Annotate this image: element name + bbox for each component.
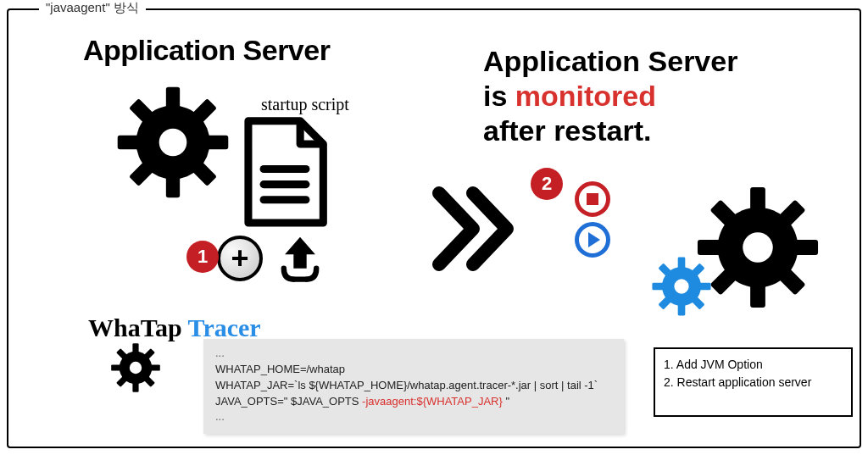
word-tracer: Tracer [188,314,261,341]
svg-point-33 [743,232,773,263]
gear-icon [695,185,821,310]
svg-rect-37 [652,283,664,291]
title-right-line3: after restart. [483,114,737,148]
code-ellipsis: ... [215,346,612,362]
svg-rect-3 [118,136,141,149]
svg-rect-36 [678,303,686,315]
svg-rect-17 [111,364,121,370]
legend-box: 1. Add JVM Option 2. Restart application… [654,347,853,417]
svg-rect-27 [698,240,723,255]
svg-rect-35 [678,257,686,269]
stop-icon [575,181,610,217]
plus-icon: + [217,236,263,281]
title-right-line1: Application Server [483,44,737,79]
frame-title: "javaagent" 방식 [39,0,146,16]
code-snippet-box: ... WHATAP_HOME=/whatap WHATAP_JAR=`ls $… [203,339,624,434]
title-application-server-right: Application Server is monitored after re… [483,44,737,147]
code-line: JAVA_OPTS=" $JAVA_OPTS -javaagent:${WHAT… [215,394,612,410]
code-javaagent-highlight: -javaagent:${WHATAP_JAR} [362,395,503,408]
step-badge-2: 2 [531,168,563,200]
svg-rect-15 [132,343,138,353]
legend-item-1: 1. Add JVM Option [664,356,843,374]
chevron-right-icon [424,178,526,280]
gear-icon [110,342,161,393]
word-monitored: monitored [515,80,656,112]
legend-item-2: 2. Restart application server [664,374,843,391]
svg-point-43 [674,279,688,293]
svg-rect-28 [793,240,818,255]
document-icon [236,115,334,230]
upload-icon [273,230,327,285]
gear-icon [115,85,231,200]
step-badge-1: 1 [186,241,219,273]
svg-rect-1 [166,87,180,110]
svg-rect-16 [132,382,138,392]
title-right-line2: is monitored [483,79,737,114]
code-line: WHATAP_HOME=/whatap [215,362,612,378]
play-icon [575,222,610,258]
svg-rect-26 [750,282,765,308]
svg-point-9 [159,129,187,157]
svg-rect-25 [750,187,765,213]
title-application-server-left: Application Server [83,34,330,67]
whatap-tracer-label: WhaTap Tracer [88,314,261,342]
startup-script-label: startup script [261,95,349,114]
svg-rect-4 [205,136,228,149]
code-line: WHATAP_JAR=`ls ${WHATAP_HOME}/whatap.age… [215,378,612,394]
svg-rect-38 [698,283,710,291]
svg-point-23 [130,362,142,374]
code-ellipsis: ... [215,409,612,425]
svg-rect-18 [150,364,160,370]
gear-icon [651,256,712,317]
svg-rect-2 [166,175,180,197]
